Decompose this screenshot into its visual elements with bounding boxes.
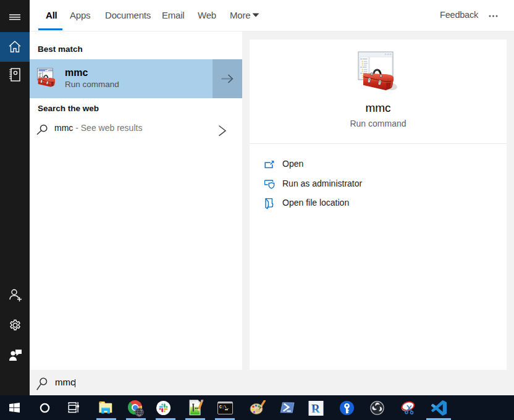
svg-text:C:\_: C:\_	[219, 405, 229, 410]
svg-text:R: R	[311, 402, 320, 415]
